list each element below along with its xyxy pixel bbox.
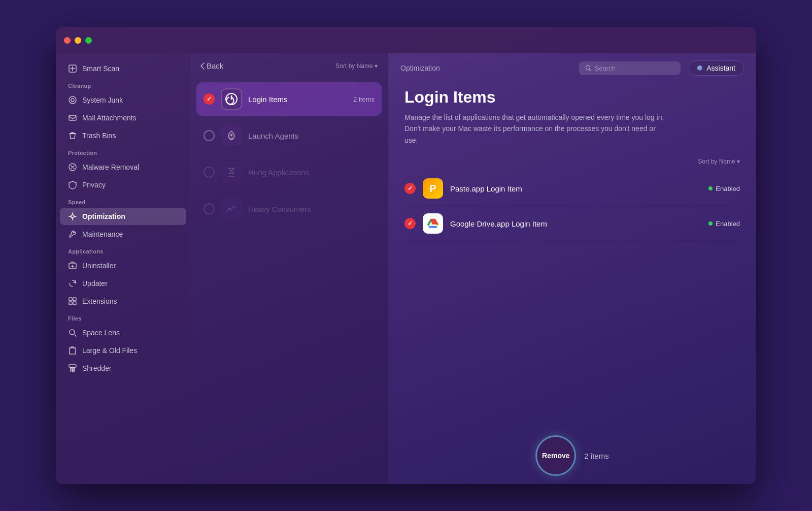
maintenance-icon xyxy=(68,230,77,239)
gdrive-status: Enabled xyxy=(708,220,740,228)
search-icon xyxy=(585,65,592,72)
remove-count-label: 2 items xyxy=(584,452,608,460)
svg-point-2 xyxy=(71,99,74,102)
sidebar-item-maintenance[interactable]: Maintenance xyxy=(60,226,186,243)
sidebar-item-mail-attachments[interactable]: Mail Attachments xyxy=(60,109,186,126)
svg-point-15 xyxy=(586,66,590,70)
sidebar-large-old-files-label: Large & Old Files xyxy=(82,346,137,355)
trash-bins-icon xyxy=(68,131,77,140)
launch-agents-check[interactable] xyxy=(204,130,215,141)
middle-item-hung-applications[interactable]: Hung Applications xyxy=(196,155,382,189)
login-items-list: P Paste.app Login Item Enabled xyxy=(404,171,740,241)
middle-items-list: Login Items 2 items Launch Agents xyxy=(190,78,388,484)
svg-point-14 xyxy=(230,134,232,136)
middle-item-login-items[interactable]: Login Items 2 items xyxy=(196,82,382,116)
middle-sort-label[interactable]: Sort by Name ▾ xyxy=(335,62,378,70)
paste-enabled-dot xyxy=(708,186,713,190)
back-label: Back xyxy=(207,61,223,70)
sidebar-item-trash-bins[interactable]: Trash Bins xyxy=(60,127,186,144)
optimization-icon xyxy=(68,212,77,221)
middle-header: Back Sort by Name ▾ xyxy=(190,53,388,78)
search-input[interactable] xyxy=(595,65,674,72)
sidebar-updater-label: Updater xyxy=(82,279,108,288)
paste-status-label: Enabled xyxy=(716,185,740,193)
hung-applications-check[interactable] xyxy=(204,167,215,178)
minimize-button[interactable] xyxy=(75,37,81,44)
sidebar-item-privacy[interactable]: Privacy xyxy=(60,176,186,194)
sidebar-privacy-label: Privacy xyxy=(82,181,106,189)
traffic-lights xyxy=(64,37,92,44)
sidebar-trash-bins-label: Trash Bins xyxy=(82,132,116,140)
system-junk-icon xyxy=(68,95,77,105)
malware-removal-icon xyxy=(68,163,77,172)
privacy-icon xyxy=(68,180,77,189)
shredder-icon xyxy=(68,364,77,373)
login-items-icon xyxy=(221,88,242,110)
titlebar xyxy=(56,27,756,53)
table-row: Google Drive.app Login Item Enabled xyxy=(404,206,740,241)
sidebar-system-junk-label: System Junk xyxy=(82,96,123,104)
top-bar: Optimization Assistant xyxy=(388,53,756,83)
bottom-bar: Remove 2 items xyxy=(388,427,756,484)
smart-scan-icon xyxy=(68,64,77,73)
gdrive-check[interactable] xyxy=(404,218,416,229)
close-button[interactable] xyxy=(64,37,71,44)
sidebar-space-lens-label: Space Lens xyxy=(82,329,120,337)
heavy-consumers-check[interactable] xyxy=(204,203,215,214)
sidebar-optimization-label: Optimization xyxy=(82,212,125,220)
paste-app-name: Paste.app Login Item xyxy=(450,184,701,193)
assistant-dot xyxy=(697,66,702,71)
heavy-consumers-label: Heavy Consumers xyxy=(248,205,368,213)
svg-point-11 xyxy=(70,330,75,335)
svg-rect-10 xyxy=(73,302,76,305)
gdrive-name: Google Drive.app Login Item xyxy=(450,219,701,228)
remove-button-label: Remove xyxy=(542,452,569,460)
sidebar-mail-attachments-label: Mail Attachments xyxy=(82,114,137,122)
gdrive-icon xyxy=(423,213,443,234)
login-items-count: 2 items xyxy=(353,95,375,103)
sidebar-section-speed: Speed xyxy=(56,194,190,207)
sidebar-item-shredder[interactable]: Shredder xyxy=(60,360,186,377)
space-lens-icon xyxy=(68,328,77,337)
login-items-label: Login Items xyxy=(248,95,347,104)
sidebar-item-malware-removal[interactable]: Malware Removal xyxy=(60,158,186,176)
content-area: Login Items Manage the list of applicati… xyxy=(388,83,756,427)
maximize-button[interactable] xyxy=(85,37,92,44)
search-box[interactable] xyxy=(579,61,681,75)
sidebar: Smart Scan Cleanup System Junk xyxy=(56,53,190,484)
sidebar-section-applications: Applications xyxy=(56,243,190,257)
middle-item-heavy-consumers[interactable]: Heavy Consumers xyxy=(196,192,382,226)
remove-button[interactable]: Remove xyxy=(535,435,576,476)
uninstaller-icon xyxy=(68,261,77,270)
sidebar-maintenance-label: Maintenance xyxy=(82,230,123,238)
svg-point-1 xyxy=(69,97,76,104)
sidebar-item-uninstaller[interactable]: Uninstaller xyxy=(60,257,186,274)
paste-app-check[interactable] xyxy=(404,183,416,194)
svg-rect-3 xyxy=(69,115,76,120)
login-items-check[interactable] xyxy=(204,93,215,105)
hung-applications-label: Hung Applications xyxy=(248,168,368,177)
content-sort-label[interactable]: Sort by Name ▾ xyxy=(404,158,740,165)
gdrive-enabled-dot xyxy=(708,221,713,226)
app-window: Smart Scan Cleanup System Junk xyxy=(56,27,756,484)
svg-point-5 xyxy=(71,215,74,218)
svg-rect-7 xyxy=(69,298,72,301)
sidebar-uninstaller-label: Uninstaller xyxy=(82,262,116,270)
sidebar-item-large-old-files[interactable]: Large & Old Files xyxy=(60,342,186,359)
sidebar-item-optimization[interactable]: Optimization xyxy=(60,208,186,225)
google-drive-icon-svg xyxy=(426,216,440,231)
extensions-icon xyxy=(68,297,77,306)
page-title: Login Items xyxy=(404,88,740,107)
back-button[interactable]: Back xyxy=(200,61,223,70)
sidebar-item-system-junk[interactable]: System Junk xyxy=(60,91,186,109)
sidebar-item-updater[interactable]: Updater xyxy=(60,275,186,292)
sidebar-item-smart-scan[interactable]: Smart Scan xyxy=(60,60,186,77)
assistant-button[interactable]: Assistant xyxy=(689,60,744,76)
mail-attachments-icon xyxy=(68,113,77,122)
large-old-files-icon xyxy=(68,346,77,355)
middle-item-launch-agents[interactable]: Launch Agents xyxy=(196,119,382,152)
sidebar-item-space-lens[interactable]: Space Lens xyxy=(60,324,186,341)
sidebar-item-extensions[interactable]: Extensions xyxy=(60,293,186,310)
paste-app-status: Enabled xyxy=(708,185,740,193)
sidebar-section-files: Files xyxy=(56,310,190,324)
